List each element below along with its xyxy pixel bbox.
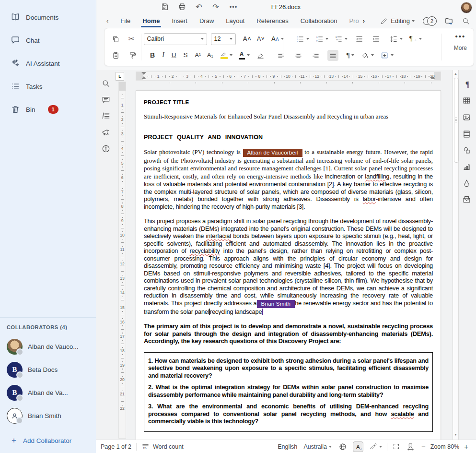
tab-layout[interactable]: Layout — [226, 17, 244, 24]
bullet-list-button[interactable] — [295, 34, 311, 45]
mode-dropdown[interactable]: Editing — [380, 17, 415, 25]
numbered-list-button[interactable]: 12 — [314, 34, 330, 45]
tab-draw[interactable]: Draw — [199, 17, 214, 24]
justify-button[interactable] — [327, 50, 338, 61]
info-button[interactable] — [101, 144, 112, 155]
sidebar-item-bin[interactable]: Bin 1 — [0, 98, 96, 121]
first-line-indent-marker[interactable] — [141, 72, 146, 75]
zoom-in-button[interactable]: + — [462, 442, 470, 451]
grow-font-button[interactable]: A˄ — [242, 34, 253, 44]
tab-references[interactable]: References — [256, 17, 288, 24]
info-icon — [101, 144, 111, 154]
scroll-down-arrow[interactable]: ▼ — [453, 432, 458, 438]
outline-button[interactable] — [101, 111, 112, 121]
insert-table-button[interactable] — [462, 96, 473, 107]
language-select[interactable]: English – Australia — [278, 443, 332, 450]
shrink-font-button[interactable]: A˅ — [255, 34, 266, 44]
formatting-marks-button[interactable]: ¶ — [345, 50, 356, 60]
tab-insert[interactable]: Insert — [172, 17, 187, 24]
borders-button[interactable] — [379, 50, 395, 61]
sidebar-item-documents[interactable]: Documents — [0, 6, 96, 29]
line-spacing-button[interactable] — [388, 34, 404, 45]
tab-file[interactable]: File — [120, 17, 130, 24]
insert-chart-button[interactable] — [462, 162, 473, 173]
tab-collaboration[interactable]: Collaboration — [301, 17, 337, 24]
avatar — [7, 339, 23, 355]
svg-text:1: 1 — [336, 36, 337, 38]
vertical-scrollbar[interactable]: ▲ ▼ — [453, 70, 459, 440]
track-changes-button[interactable] — [369, 442, 382, 451]
font-size-select[interactable]: 12 — [211, 33, 236, 45]
multilevel-list-button[interactable]: 1a — [333, 34, 349, 45]
spell-check-toggle[interactable]: A✓ — [353, 441, 363, 452]
vertical-ruler[interactable]: 12345678910111213141516171819202122 — [118, 82, 126, 439]
insert-shape-button[interactable] — [462, 146, 473, 156]
shading-button[interactable] — [360, 50, 375, 61]
document-language-button[interactable] — [338, 442, 347, 451]
comments-button[interactable] — [101, 95, 112, 106]
align-right-button[interactable] — [310, 50, 321, 61]
tab-protection-truncated[interactable]: Pro — [349, 17, 359, 24]
fit-width-button[interactable] — [406, 442, 415, 451]
find-button[interactable] — [101, 79, 112, 89]
hanging-indent-marker[interactable] — [141, 76, 146, 79]
back-button[interactable]: ‹ — [106, 17, 108, 24]
insert-image-button[interactable] — [462, 113, 473, 123]
sidebar-item-chat[interactable]: Chat — [0, 29, 96, 52]
word-count-button[interactable]: 12- Word count — [141, 442, 184, 451]
scroll-up-arrow[interactable]: ▲ — [453, 71, 458, 77]
text-art-button[interactable] — [462, 179, 473, 189]
zoom-level[interactable]: Zoom 80% — [430, 443, 459, 450]
clear-formatting-button[interactable] — [255, 50, 266, 61]
increase-indent-button[interactable] — [371, 34, 382, 45]
insert-paragraph-panel-button[interactable]: ¶ — [462, 80, 473, 90]
user-avatar[interactable] — [461, 2, 472, 13]
format-painter-button[interactable] — [127, 50, 138, 61]
shrink-font-icon: A˅ — [257, 35, 265, 43]
align-center-button[interactable] — [293, 50, 304, 61]
collaborator-row[interactable]: B Alban de Va... — [0, 381, 96, 404]
tab-stop-selector[interactable]: L — [116, 72, 124, 81]
add-collaborator-button[interactable]: + Add Collaborator — [0, 431, 96, 450]
text-run: landfilling — [365, 173, 389, 180]
tab-scroll-right-button[interactable]: › — [363, 17, 365, 24]
page-indicator[interactable]: Page 1 of 2 — [101, 443, 131, 450]
share-button[interactable] — [444, 16, 453, 25]
copy-button[interactable] — [110, 34, 121, 45]
underline-button[interactable]: U — [170, 50, 178, 60]
ruler-tick: 19 — [120, 363, 124, 368]
ribbon-more-button[interactable]: ••• More — [454, 32, 467, 51]
doc-paragraph: Solar photovoltaic (PV) technology is Al… — [144, 148, 433, 211]
header-footer-button[interactable] — [462, 130, 473, 140]
search-button[interactable] — [462, 17, 470, 25]
change-case-button[interactable]: AA — [270, 34, 285, 45]
collaborator-row[interactable]: B Beta Docs — [0, 358, 96, 381]
decrease-indent-button[interactable] — [354, 34, 365, 45]
horizontal-ruler[interactable]: 1234567891011121314151617181920 — [136, 72, 441, 81]
italic-button[interactable]: I — [161, 50, 166, 60]
sidebar-item-ai-assistant[interactable]: AI Assistant — [0, 52, 96, 75]
tab-home[interactable]: Home — [142, 17, 160, 24]
font-name-select[interactable]: Calibri — [144, 33, 207, 45]
sidebar-item-tasks[interactable]: Tasks — [0, 75, 96, 98]
zoom-out-button[interactable]: − — [419, 442, 428, 451]
document-page[interactable]: PROJECT TITLEStimuli-Responsive Material… — [136, 90, 441, 440]
cut-button[interactable]: ✂ — [127, 33, 136, 45]
font-color-button[interactable]: A — [237, 49, 251, 61]
announcements-button[interactable] — [101, 128, 112, 138]
fit-page-button[interactable] — [392, 442, 400, 451]
subscript-button[interactable]: A₁ — [206, 50, 215, 60]
collaborator-row[interactable]: Brian Smith — [0, 404, 96, 427]
text-run: The primary aim of this project is to de… — [144, 322, 433, 345]
strikethrough-button[interactable]: S — [182, 50, 189, 60]
collaborators-count-button[interactable]: 2 — [423, 16, 436, 26]
bold-button[interactable]: B — [149, 50, 156, 60]
collaborator-row[interactable]: Alban de Vauco... — [0, 335, 96, 358]
paste-button[interactable] — [110, 50, 121, 61]
scrollbar-thumb[interactable] — [454, 78, 459, 163]
text-direction-button[interactable]: ¶→ — [408, 34, 423, 45]
highlight-color-button[interactable] — [219, 50, 234, 60]
superscript-button[interactable]: A¹ — [194, 50, 203, 60]
mail-merge-button[interactable] — [462, 195, 473, 205]
align-left-button[interactable] — [276, 50, 287, 61]
